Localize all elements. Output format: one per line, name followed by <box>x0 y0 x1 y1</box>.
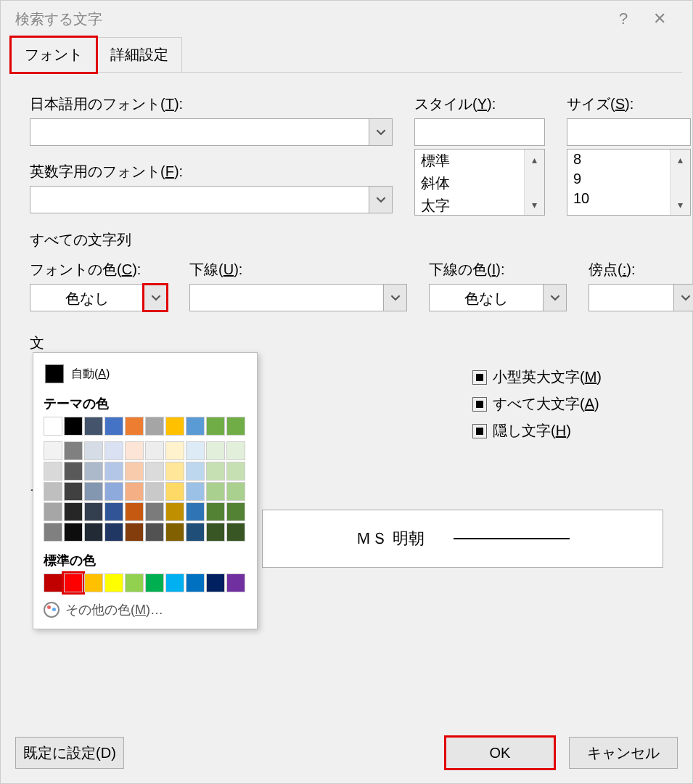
color-swatch[interactable] <box>226 482 245 501</box>
size-listbox[interactable]: 8 9 10 ▴▾ <box>567 149 691 216</box>
color-swatch[interactable] <box>145 441 164 460</box>
color-swatch[interactable] <box>64 441 83 460</box>
color-swatch[interactable] <box>226 417 245 436</box>
color-swatch[interactable] <box>84 573 103 592</box>
color-swatch[interactable] <box>64 523 83 542</box>
en-font-dropdown-button[interactable] <box>369 187 392 213</box>
color-swatch[interactable] <box>125 462 144 481</box>
color-swatch[interactable] <box>44 482 62 501</box>
auto-color-row[interactable]: 自動(A) <box>44 362 247 391</box>
color-swatch[interactable] <box>145 573 164 592</box>
color-swatch[interactable] <box>165 462 184 481</box>
color-swatch[interactable] <box>84 417 103 436</box>
color-swatch[interactable] <box>206 523 225 542</box>
color-swatch[interactable] <box>206 462 225 481</box>
color-swatch[interactable] <box>104 417 123 436</box>
underline-combo[interactable] <box>189 284 407 311</box>
color-swatch[interactable] <box>125 573 144 592</box>
color-swatch[interactable] <box>226 441 245 460</box>
tab-font[interactable]: フォント <box>11 37 97 73</box>
color-swatch[interactable] <box>206 441 225 460</box>
underline-color-combo[interactable]: 色なし <box>429 284 567 311</box>
color-swatch[interactable] <box>44 462 62 481</box>
color-swatch[interactable] <box>226 573 245 592</box>
en-font-input[interactable] <box>30 187 369 213</box>
color-swatch[interactable] <box>84 441 103 460</box>
color-swatch[interactable] <box>84 462 103 481</box>
color-swatch[interactable] <box>186 502 205 521</box>
color-swatch[interactable] <box>145 482 164 501</box>
color-swatch[interactable] <box>84 502 103 521</box>
font-color-combo[interactable]: 色なし <box>30 284 168 311</box>
color-swatch[interactable] <box>125 417 144 436</box>
color-swatch[interactable] <box>226 502 245 521</box>
color-swatch[interactable] <box>206 417 225 436</box>
hidden-checkbox[interactable]: 隠し文字(H) <box>472 421 663 441</box>
en-font-combo[interactable] <box>30 186 393 213</box>
color-swatch[interactable] <box>145 417 164 436</box>
scroll-up-icon[interactable]: ▴ <box>525 150 544 170</box>
color-swatch[interactable] <box>186 523 205 542</box>
color-swatch[interactable] <box>165 482 184 501</box>
color-swatch[interactable] <box>125 441 144 460</box>
color-swatch[interactable] <box>104 462 123 481</box>
color-swatch[interactable] <box>64 417 83 436</box>
scrollbar[interactable]: ▴▾ <box>524 150 544 215</box>
color-swatch[interactable] <box>84 523 103 542</box>
jp-font-dropdown-button[interactable] <box>369 119 392 145</box>
color-swatch[interactable] <box>206 573 225 592</box>
scroll-down-icon[interactable]: ▾ <box>525 195 544 215</box>
emphasis-combo[interactable] <box>589 284 693 311</box>
scroll-up-icon[interactable]: ▴ <box>671 150 690 170</box>
ok-button[interactable]: OK <box>446 737 554 769</box>
underline-color-dropdown-button[interactable] <box>543 285 566 311</box>
color-swatch[interactable] <box>64 482 83 501</box>
scrollbar[interactable]: ▴▾ <box>670 150 690 215</box>
color-swatch[interactable] <box>165 523 184 542</box>
color-swatch[interactable] <box>165 441 184 460</box>
color-swatch[interactable] <box>145 523 164 542</box>
size-input[interactable] <box>567 118 691 146</box>
help-icon[interactable]: ? <box>605 9 641 28</box>
color-swatch[interactable] <box>64 502 83 521</box>
color-swatch[interactable] <box>186 573 205 592</box>
color-swatch[interactable] <box>64 462 83 481</box>
cancel-button[interactable]: キャンセル <box>569 737 678 769</box>
all-caps-checkbox[interactable]: すべて大文字(A) <box>472 394 663 414</box>
color-swatch[interactable] <box>186 462 205 481</box>
style-listbox[interactable]: 標準 斜体 太字 ▴▾ <box>414 149 545 216</box>
color-swatch[interactable] <box>165 573 184 592</box>
emphasis-dropdown-button[interactable] <box>673 285 693 311</box>
color-swatch[interactable] <box>125 523 144 542</box>
underline-dropdown-button[interactable] <box>383 285 406 311</box>
scroll-down-icon[interactable]: ▾ <box>671 195 690 215</box>
color-swatch[interactable] <box>64 573 83 592</box>
tab-advanced[interactable]: 詳細設定 <box>97 37 182 73</box>
color-swatch[interactable] <box>44 502 62 521</box>
color-swatch[interactable] <box>44 523 62 542</box>
color-swatch[interactable] <box>104 573 123 592</box>
color-swatch[interactable] <box>104 502 123 521</box>
close-icon[interactable]: ✕ <box>641 9 678 28</box>
color-swatch[interactable] <box>186 417 205 436</box>
color-swatch[interactable] <box>125 502 144 521</box>
color-swatch[interactable] <box>165 502 184 521</box>
set-default-button[interactable]: 既定に設定(D) <box>15 737 124 769</box>
color-swatch[interactable] <box>165 417 184 436</box>
color-swatch[interactable] <box>84 482 103 501</box>
small-caps-checkbox[interactable]: 小型英大文字(M) <box>472 367 663 387</box>
color-swatch[interactable] <box>125 482 144 501</box>
color-swatch[interactable] <box>206 502 225 521</box>
font-color-dropdown-button[interactable] <box>144 285 167 311</box>
color-swatch[interactable] <box>145 502 164 521</box>
color-swatch[interactable] <box>226 523 245 542</box>
color-swatch[interactable] <box>145 462 164 481</box>
color-swatch[interactable] <box>44 573 62 592</box>
color-swatch[interactable] <box>226 462 245 481</box>
color-swatch[interactable] <box>206 482 225 501</box>
jp-font-combo[interactable] <box>30 118 393 146</box>
color-swatch[interactable] <box>104 441 123 460</box>
style-input[interactable] <box>414 118 545 146</box>
jp-font-input[interactable] <box>30 119 369 145</box>
color-swatch[interactable] <box>186 482 205 501</box>
